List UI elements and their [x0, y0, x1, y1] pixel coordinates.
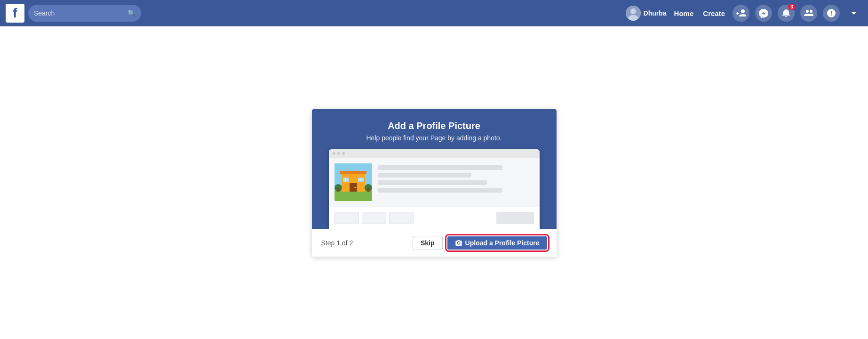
- svg-point-3: [806, 10, 809, 13]
- dropdown-icon[interactable]: [845, 5, 862, 22]
- info-line-1: [378, 165, 503, 170]
- browser-body: [329, 158, 540, 207]
- tab-pill-3: [389, 212, 414, 224]
- search-icon: 🔍: [127, 9, 135, 17]
- svg-point-4: [810, 10, 812, 13]
- tab-pill-2: [362, 212, 386, 224]
- profile-info-lines: [378, 163, 534, 201]
- facebook-logo[interactable]: f: [6, 4, 24, 23]
- svg-rect-9: [350, 183, 357, 192]
- profile-pic-area: [334, 163, 372, 201]
- footer-buttons: Skip Upload a Profile Picture: [413, 236, 547, 250]
- modal-footer: Step 1 of 2 Skip Upload a Profile Pictur…: [312, 229, 557, 257]
- step-indicator: Step 1 of 2: [321, 239, 353, 247]
- info-line-4: [378, 188, 503, 193]
- browser-dot-3: [342, 152, 345, 155]
- skip-button[interactable]: Skip: [413, 236, 443, 250]
- browser-chrome: [329, 149, 540, 158]
- profile-pic-placeholder: [334, 163, 372, 201]
- search-bar: 🔍: [28, 5, 141, 22]
- tab-pills-left: [334, 212, 414, 224]
- svg-rect-6: [334, 191, 372, 201]
- svg-rect-20: [367, 188, 369, 192]
- user-name-label: Dhurba: [644, 9, 667, 17]
- home-link[interactable]: Home: [672, 9, 696, 17]
- navbar-right: Dhurba Home Create 3: [626, 5, 862, 22]
- nav-user-profile[interactable]: Dhurba: [626, 6, 667, 21]
- add-profile-picture-modal: Add a Profile Picture Help people find y…: [312, 109, 557, 257]
- svg-rect-18: [337, 188, 339, 192]
- notifications-icon[interactable]: 3: [778, 5, 795, 22]
- browser-dot-2: [337, 152, 340, 155]
- svg-point-1: [630, 8, 636, 14]
- tab-pill-right: [496, 212, 534, 224]
- building-illustration: [334, 163, 372, 201]
- navbar: f 🔍 Dhurba Home Create 3: [0, 0, 868, 26]
- upload-profile-picture-button[interactable]: Upload a Profile Picture: [447, 236, 547, 250]
- browser-preview: [329, 149, 540, 229]
- svg-rect-8: [340, 171, 366, 174]
- navbar-left: f 🔍: [6, 4, 141, 23]
- browser-dot-1: [333, 152, 335, 155]
- tab-pill-1: [334, 212, 359, 224]
- search-input[interactable]: [34, 9, 124, 17]
- modal-header: Add a Profile Picture Help people find y…: [312, 109, 557, 229]
- notification-badge: 3: [788, 4, 796, 10]
- info-line-3: [378, 180, 487, 185]
- modal-title: Add a Profile Picture: [321, 121, 547, 131]
- friend-requests-icon[interactable]: [733, 5, 749, 22]
- main-content: Add a Profile Picture Help people find y…: [0, 0, 868, 339]
- help-icon[interactable]: [823, 5, 840, 22]
- people-icon[interactable]: [800, 5, 817, 22]
- messenger-icon[interactable]: [755, 5, 772, 22]
- upload-button-label: Upload a Profile Picture: [465, 239, 540, 247]
- avatar-image: [626, 6, 641, 21]
- info-line-2: [378, 173, 471, 178]
- create-link[interactable]: Create: [701, 9, 727, 17]
- svg-point-10: [354, 186, 356, 188]
- camera-icon: [455, 239, 462, 247]
- browser-tabs-bar: [329, 207, 540, 229]
- avatar: [626, 6, 641, 21]
- modal-subtitle: Help people find your Page by adding a p…: [321, 134, 547, 142]
